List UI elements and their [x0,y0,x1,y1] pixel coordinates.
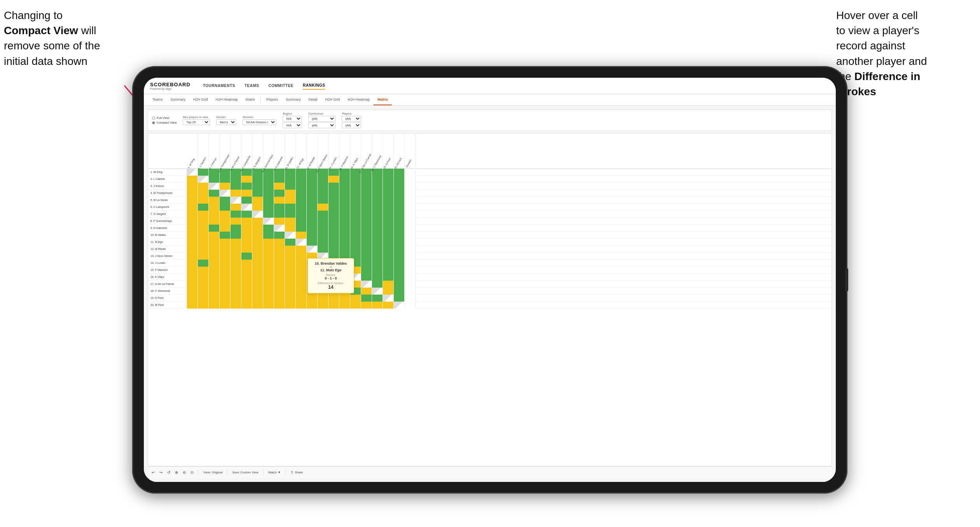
matrix-cell[interactable] [241,239,252,246]
tab-summary1[interactable]: Summary [167,94,190,105]
matrix-cell[interactable] [296,218,307,225]
matrix-cell[interactable] [241,204,252,211]
matrix-cell[interactable] [285,302,296,309]
matrix-cell[interactable] [220,246,231,253]
matrix-cell[interactable] [361,176,372,183]
tab-matrix2[interactable]: Matrix [374,94,392,105]
matrix-cell[interactable] [231,183,241,190]
matrix-cell[interactable] [307,197,318,204]
matrix-cell[interactable] [350,239,361,246]
matrix-cell[interactable] [394,218,405,225]
matrix-cell[interactable] [350,176,361,183]
matrix-cell[interactable] [198,225,209,232]
matrix-cell[interactable] [328,204,339,211]
matrix-cell[interactable] [405,295,416,302]
matrix-cell[interactable] [350,232,361,239]
matrix-cell[interactable] [187,246,198,253]
matrix-cell[interactable] [318,176,328,183]
matrix-cell[interactable] [394,288,405,295]
matrix-cell[interactable] [241,267,252,274]
matrix-cell[interactable] [187,169,198,176]
matrix-cell[interactable] [187,274,198,281]
matrix-cell[interactable] [187,239,198,246]
matrix-cell[interactable] [187,197,198,204]
matrix-cell[interactable] [187,176,198,183]
matrix-cell[interactable] [361,288,372,295]
matrix-cell[interactable] [383,246,394,253]
matrix-cell[interactable] [274,218,285,225]
matrix-cell[interactable] [339,218,350,225]
nav-tournaments[interactable]: TOURNAMENTS [203,82,235,89]
matrix-cell[interactable] [339,246,350,253]
matrix-cell[interactable] [274,281,285,288]
matrix-cell[interactable] [296,267,307,274]
matrix-cell[interactable] [285,281,296,288]
matrix-cell[interactable] [361,218,372,225]
nav-committee[interactable]: COMMITTEE [269,82,294,89]
matrix-cell[interactable] [274,288,285,295]
matrix-cell[interactable] [361,183,372,190]
matrix-cell[interactable] [285,246,296,253]
matrix-cell[interactable] [220,204,231,211]
matrix-cell[interactable] [187,281,198,288]
matrix-cell[interactable] [198,239,209,246]
matrix-cell[interactable] [187,232,198,239]
matrix-cell[interactable] [405,197,416,204]
matrix-cell[interactable] [220,281,231,288]
matrix-cell[interactable] [296,225,307,232]
matrix-cell[interactable] [361,295,372,302]
matrix-cell[interactable] [307,204,318,211]
matrix-cell[interactable] [252,183,263,190]
matrix-cell[interactable] [231,239,241,246]
matrix-cell[interactable] [274,176,285,183]
matrix-cell[interactable] [318,190,328,197]
matrix-cell[interactable] [405,288,416,295]
matrix-cell[interactable] [372,295,383,302]
matrix-cell[interactable] [394,302,405,309]
matrix-cell[interactable] [241,288,252,295]
matrix-cell[interactable] [187,260,198,267]
matrix-cell[interactable] [328,190,339,197]
matrix-cell[interactable] [361,302,372,309]
matrix-cell[interactable] [241,281,252,288]
matrix-cell[interactable] [405,225,416,232]
tab-h2h-heatmap1[interactable]: H2H Heatmap [212,94,242,105]
matrix-cell[interactable] [372,239,383,246]
matrix-cell[interactable] [285,260,296,267]
zoom-out-button[interactable]: ⊖ [183,470,186,475]
matrix-cell[interactable] [231,190,241,197]
filter-region-select1[interactable]: N/A [283,116,302,122]
matrix-cell[interactable] [394,267,405,274]
zoom-in-button[interactable]: ⊕ [175,470,178,475]
matrix-cell[interactable] [252,218,263,225]
matrix-cell[interactable] [361,253,372,260]
matrix-cell[interactable] [318,218,328,225]
matrix-cell[interactable] [328,246,339,253]
matrix-cell[interactable] [394,176,405,183]
matrix-cell[interactable] [318,204,328,211]
matrix-cell[interactable] [372,225,383,232]
matrix-cell[interactable] [285,176,296,183]
matrix-cell[interactable] [220,288,231,295]
matrix-cell[interactable] [220,302,231,309]
matrix-cell[interactable] [372,218,383,225]
save-custom-button[interactable]: Save Custom View [232,471,258,474]
matrix-cell[interactable] [198,246,209,253]
matrix-cell[interactable] [405,190,416,197]
matrix-cell[interactable] [241,246,252,253]
matrix-cell[interactable] [252,281,263,288]
matrix-cell[interactable] [285,253,296,260]
matrix-cell[interactable] [307,239,318,246]
matrix-cell[interactable] [252,211,263,218]
matrix-cell[interactable] [328,232,339,239]
matrix-cell[interactable] [296,211,307,218]
matrix-cell[interactable] [350,302,361,309]
matrix-cell[interactable] [198,190,209,197]
matrix-cell[interactable] [241,176,252,183]
matrix-cell[interactable] [187,183,198,190]
redo-button[interactable]: ↪ [159,470,162,475]
matrix-cell[interactable] [187,253,198,260]
share-button[interactable]: ⇧ Share [290,470,303,475]
matrix-cell[interactable] [361,211,372,218]
matrix-cell[interactable] [383,288,394,295]
